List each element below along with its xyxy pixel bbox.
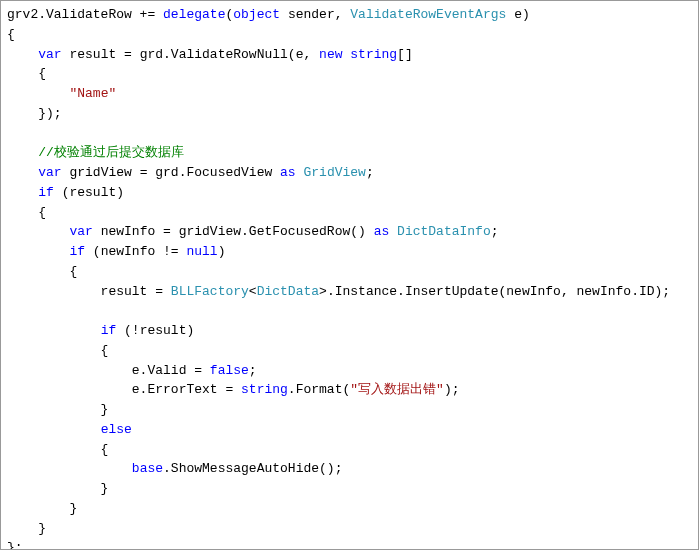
code-line: } (7, 521, 46, 536)
code-line: { (7, 66, 46, 81)
code-line: if (result) (7, 185, 124, 200)
code-block: grv2.ValidateRow += delegate(object send… (7, 5, 692, 550)
code-line: //校验通过后提交数据库 (7, 145, 184, 160)
code-line: { (7, 27, 15, 42)
code-line: var newInfo = gridView.GetFocusedRow() a… (7, 224, 499, 239)
code-line: else (7, 422, 132, 437)
code-line: var result = grd.ValidateRowNull(e, new … (7, 47, 413, 62)
code-line: { (7, 264, 77, 279)
code-line: if (newInfo != null) (7, 244, 225, 259)
code-line: { (7, 442, 108, 457)
code-line: }); (7, 106, 62, 121)
code-line: } (7, 481, 108, 496)
code-line: { (7, 343, 108, 358)
code-line: { (7, 205, 46, 220)
code-line: base.ShowMessageAutoHide(); (7, 461, 342, 476)
code-line: } (7, 402, 108, 417)
code-line: e.Valid = false; (7, 363, 257, 378)
code-line: grv2.ValidateRow += delegate(object send… (7, 7, 530, 22)
code-line: result = BLLFactory<DictData>.Instance.I… (7, 284, 670, 299)
code-line: var gridView = grd.FocusedView as GridVi… (7, 165, 374, 180)
code-line: "Name" (7, 86, 116, 101)
code-line: if (!result) (7, 323, 194, 338)
code-line: }; (7, 540, 23, 550)
code-line: e.ErrorText = string.Format("写入数据出错"); (7, 382, 460, 397)
code-line: } (7, 501, 77, 516)
